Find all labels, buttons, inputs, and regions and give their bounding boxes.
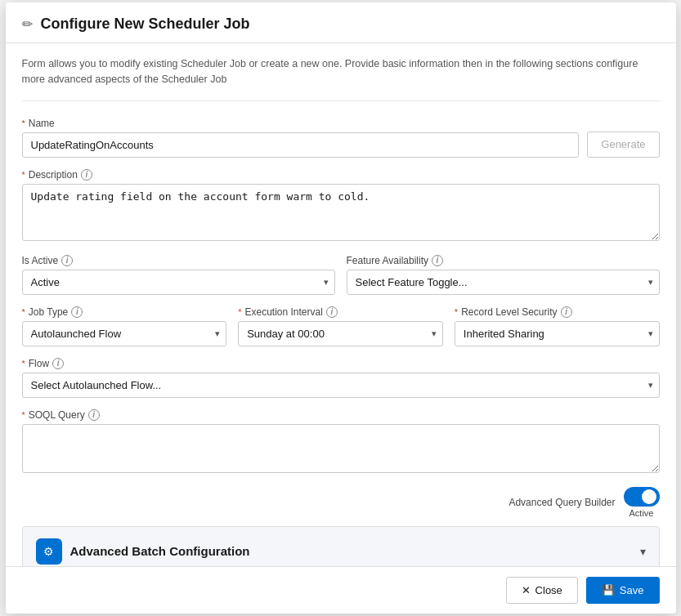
save-button[interactable]: 💾 Save xyxy=(586,577,660,604)
exec-info-icon[interactable]: i xyxy=(326,306,338,318)
soql-label: * SOQL Query i xyxy=(22,409,660,421)
execution-interval-group: * Execution Interval i Sunday at 00:00 ▾ xyxy=(238,306,443,346)
flow-select[interactable]: Select Autolaunched Flow... xyxy=(22,373,660,398)
flow-required: * xyxy=(22,359,25,368)
name-label-text: Name xyxy=(29,118,55,129)
generate-button[interactable]: Generate xyxy=(587,132,659,158)
soql-info-icon[interactable]: i xyxy=(88,409,100,421)
batch-icon: ⚙ xyxy=(36,538,62,565)
description-label-text: Description xyxy=(29,169,78,181)
record-security-label: * Record Level Security i xyxy=(455,306,660,318)
modal-header: ✏ Configure New Scheduler Job xyxy=(6,2,676,43)
section-chevron-icon: ▾ xyxy=(640,545,646,558)
job-type-select-wrapper: Autolaunched Flow ▾ xyxy=(22,321,227,346)
flow-select-wrapper: Select Autolaunched Flow... ▾ xyxy=(22,373,660,398)
section-title: Advanced Batch Configuration xyxy=(70,544,250,558)
flow-label-text: Flow xyxy=(29,358,49,369)
execution-interval-select-wrapper: Sunday at 00:00 ▾ xyxy=(238,321,443,346)
name-row: * Name Generate xyxy=(22,118,660,158)
name-group: * Name xyxy=(22,118,580,158)
name-label: * Name xyxy=(22,118,580,129)
batch-icon-symbol: ⚙ xyxy=(43,545,54,558)
job-exec-security-row: * Job Type i Autolaunched Flow ▾ * Execu… xyxy=(22,306,660,346)
is-active-label-text: Is Active xyxy=(22,255,59,266)
job-type-info-icon[interactable]: i xyxy=(71,306,83,318)
is-active-label: Is Active i xyxy=(22,255,335,266)
edit-icon: ✏ xyxy=(22,16,33,32)
security-info-icon[interactable]: i xyxy=(561,306,572,318)
job-type-group: * Job Type i Autolaunched Flow ▾ xyxy=(22,306,227,346)
save-label: Save xyxy=(620,584,644,596)
soql-required: * xyxy=(22,410,25,420)
toggle-thumb xyxy=(642,489,656,504)
feature-select-wrapper: Select Feature Toggle... ▾ xyxy=(347,270,660,295)
form-description: Form allows you to modify existing Sched… xyxy=(22,56,660,101)
description-info-icon[interactable]: i xyxy=(81,169,92,181)
security-required: * xyxy=(455,307,458,317)
active-feature-row: Is Active i Active ▾ Feature Availabilit… xyxy=(22,255,660,295)
save-icon: 💾 xyxy=(602,584,615,596)
description-row: * Description i Update rating field on t… xyxy=(22,169,660,243)
soql-label-text: SOQL Query xyxy=(29,409,85,421)
feature-availability-label-text: Feature Availability xyxy=(347,255,429,266)
desc-required: * xyxy=(22,170,25,180)
configure-scheduler-modal: ✏ Configure New Scheduler Job Form allow… xyxy=(6,2,676,614)
execution-interval-select[interactable]: Sunday at 00:00 xyxy=(238,321,443,346)
modal-body: Form allows you to modify existing Sched… xyxy=(6,43,676,566)
record-security-label-text: Record Level Security xyxy=(461,306,557,318)
name-input[interactable] xyxy=(22,132,580,158)
close-label: Close xyxy=(535,584,562,596)
name-required: * xyxy=(22,118,25,128)
toggle-active-label: Active xyxy=(629,508,654,518)
is-active-select-wrapper: Active ▾ xyxy=(22,270,335,295)
close-button[interactable]: ✕ Close xyxy=(506,577,578,604)
advanced-query-row: Advanced Query Builder Active xyxy=(22,487,660,518)
advanced-batch-section[interactable]: ⚙ Advanced Batch Configuration ▾ xyxy=(22,526,660,567)
feature-info-icon[interactable]: i xyxy=(432,255,443,266)
is-active-group: Is Active i Active ▾ xyxy=(22,255,335,295)
modal-footer: ✕ Close 💾 Save xyxy=(6,566,676,614)
flow-row: * Flow i Select Autolaunched Flow... ▾ xyxy=(22,358,660,398)
execution-interval-label: * Execution Interval i xyxy=(238,306,443,318)
feature-availability-label: Feature Availability i xyxy=(347,255,660,266)
job-type-select[interactable]: Autolaunched Flow xyxy=(22,321,227,346)
flow-label: * Flow i xyxy=(22,358,660,369)
section-header-left: ⚙ Advanced Batch Configuration xyxy=(36,538,250,565)
is-active-select[interactable]: Active xyxy=(22,270,335,295)
modal-title: Configure New Scheduler Job xyxy=(41,16,250,33)
toggle-track xyxy=(624,487,660,507)
feature-availability-group: Feature Availability i Select Feature To… xyxy=(347,255,660,295)
flow-info-icon[interactable]: i xyxy=(52,358,64,369)
close-icon: ✕ xyxy=(522,584,531,596)
is-active-info-icon[interactable]: i xyxy=(61,255,73,266)
job-type-label: * Job Type i xyxy=(22,306,227,318)
active-toggle[interactable] xyxy=(624,487,660,507)
record-security-select-wrapper: Inherited Sharing ▾ xyxy=(455,321,660,346)
job-type-label-text: Job Type xyxy=(29,306,68,318)
description-label: * Description i xyxy=(22,169,660,181)
soql-row: * SOQL Query i xyxy=(22,409,660,475)
exec-required: * xyxy=(238,307,241,317)
record-security-select[interactable]: Inherited Sharing xyxy=(455,321,660,346)
execution-interval-label-text: Execution Interval xyxy=(244,306,322,318)
advanced-query-builder-label: Advanced Query Builder xyxy=(509,497,615,508)
feature-availability-select[interactable]: Select Feature Toggle... xyxy=(347,270,660,295)
description-textarea[interactable]: Update rating field on the account form … xyxy=(22,184,660,241)
record-security-group: * Record Level Security i Inherited Shar… xyxy=(455,306,660,346)
soql-textarea[interactable] xyxy=(22,424,660,473)
job-required: * xyxy=(22,307,25,317)
toggle-wrapper: Active xyxy=(624,487,660,518)
